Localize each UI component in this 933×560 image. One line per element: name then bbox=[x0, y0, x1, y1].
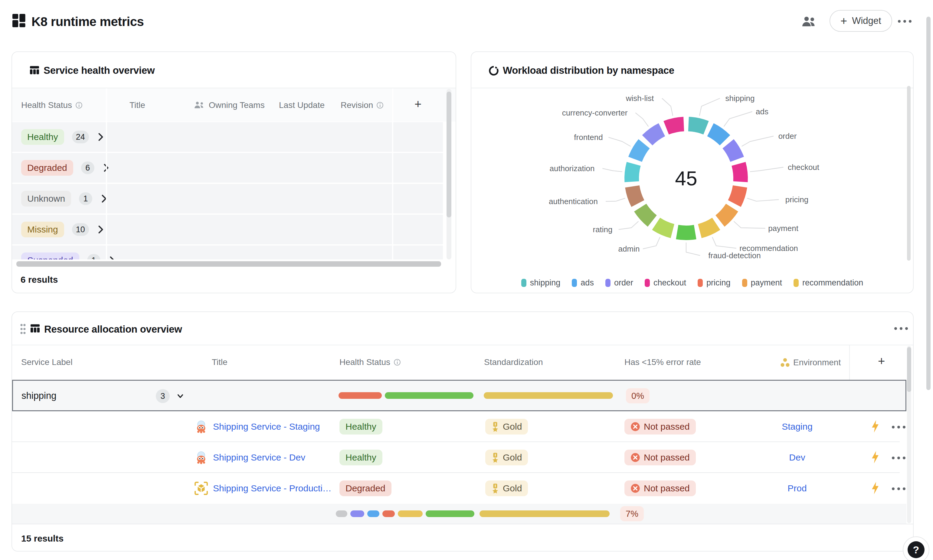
service-link[interactable]: Shipping Service - Dev bbox=[213, 452, 305, 463]
table-bottom-border bbox=[12, 524, 913, 524]
legend-chip bbox=[645, 279, 650, 287]
chevron-right-icon[interactable] bbox=[97, 132, 105, 142]
col-health-status[interactable]: Health Status bbox=[21, 100, 83, 110]
health-badge: Healthy bbox=[339, 450, 382, 465]
card-title: Service health overview bbox=[43, 65, 155, 76]
donut-segment-fraud-detection[interactable] bbox=[677, 232, 695, 233]
chevron-right-icon[interactable] bbox=[108, 256, 116, 260]
table-vscrollbar[interactable] bbox=[907, 347, 911, 392]
donut-segment-ads[interactable] bbox=[710, 130, 725, 140]
donut-segment-wish-list[interactable] bbox=[666, 124, 684, 128]
donut-leader-line bbox=[602, 168, 622, 172]
col-environment[interactable]: Environment bbox=[780, 357, 841, 368]
donut-center-value: 45 bbox=[675, 167, 697, 190]
info-icon bbox=[376, 101, 384, 109]
table-hscrollbar[interactable] bbox=[16, 261, 441, 267]
table-row[interactable]: Healthy 24 bbox=[12, 122, 443, 152]
legend-chip bbox=[605, 279, 611, 287]
legend-item-order[interactable]: order bbox=[605, 278, 633, 288]
legend-label: checkout bbox=[653, 278, 686, 288]
donut-segment-admin[interactable] bbox=[656, 224, 673, 231]
card-more-menu[interactable] bbox=[894, 327, 908, 330]
donut-segment-payment[interactable] bbox=[720, 208, 732, 221]
chevron-right-icon[interactable] bbox=[97, 225, 105, 234]
help-button[interactable]: ? bbox=[903, 536, 929, 560]
add-column-button[interactable]: + bbox=[414, 97, 422, 111]
health-badge: Degraded bbox=[339, 480, 391, 496]
group-row-shipping[interactable]: shipping 3 0% bbox=[12, 380, 906, 411]
col-standardization[interactable]: Standardization bbox=[484, 357, 543, 367]
donut-segment-recommendation[interactable] bbox=[700, 224, 716, 231]
service-octopus-icon bbox=[194, 451, 208, 466]
table-vscrollbar[interactable] bbox=[446, 92, 451, 217]
page-more-menu[interactable] bbox=[898, 20, 911, 23]
row-more-menu[interactable] bbox=[892, 457, 905, 459]
question-mark-icon: ? bbox=[908, 541, 925, 558]
card-title: Workload distribution by namespace bbox=[503, 65, 674, 76]
col-revision[interactable]: Revision bbox=[341, 100, 384, 110]
legend-item-recommendation[interactable]: recommendation bbox=[793, 278, 863, 288]
workload-donut-chart[interactable] bbox=[471, 88, 913, 293]
donut-segment-checkout[interactable] bbox=[739, 164, 741, 182]
row-more-menu[interactable] bbox=[892, 488, 905, 490]
col-owning-teams[interactable]: Owning Teams bbox=[194, 100, 265, 110]
team-icon bbox=[194, 101, 206, 110]
legend-item-checkout[interactable]: checkout bbox=[645, 278, 686, 288]
add-column-button[interactable]: + bbox=[878, 354, 885, 368]
table-row-dev[interactable]: Shipping Service - Dev Healthy Gold Not … bbox=[12, 442, 906, 473]
lightning-icon[interactable] bbox=[871, 482, 880, 495]
donut-segment-shipping[interactable] bbox=[688, 124, 706, 128]
table-row-production[interactable]: Shipping Service - Producti… Degraded Go… bbox=[12, 473, 906, 504]
col-title[interactable]: Title bbox=[212, 357, 228, 367]
add-widget-button[interactable]: + Widget bbox=[830, 10, 892, 32]
legend-item-payment[interactable]: payment bbox=[742, 278, 782, 288]
row-more-menu[interactable] bbox=[892, 426, 905, 428]
service-link[interactable]: Shipping Service - Staging bbox=[213, 422, 320, 432]
donut-leader-line bbox=[606, 198, 625, 202]
environment-link[interactable]: Dev bbox=[778, 452, 817, 463]
results-count: 15 results bbox=[21, 533, 63, 544]
legend-item-pricing[interactable]: pricing bbox=[697, 278, 731, 288]
table-icon bbox=[30, 323, 40, 335]
donut-segment-frontend[interactable] bbox=[635, 144, 644, 159]
environment-link[interactable]: Staging bbox=[778, 422, 817, 432]
environment-link[interactable]: Prod bbox=[778, 483, 817, 494]
table-icon bbox=[29, 65, 40, 77]
count-badge: 1 bbox=[87, 254, 100, 260]
service-octopus-icon bbox=[194, 420, 208, 435]
table-row[interactable]: Degraded 6 bbox=[12, 153, 443, 183]
service-link[interactable]: Shipping Service - Producti… bbox=[213, 483, 332, 494]
table-row[interactable]: Missing 10 bbox=[12, 215, 443, 244]
standardization-bar bbox=[479, 511, 610, 517]
col-title[interactable]: Title bbox=[129, 100, 145, 110]
drag-handle-icon[interactable] bbox=[20, 323, 26, 335]
col-service-label[interactable]: Service Label bbox=[21, 357, 72, 367]
donut-leader-line bbox=[750, 167, 784, 172]
x-circle-icon bbox=[630, 483, 640, 493]
group-row-partial[interactable]: 7% bbox=[12, 504, 906, 524]
table-row[interactable]: Unknown 1 bbox=[12, 184, 443, 214]
legend-item-shipping[interactable]: shipping bbox=[521, 278, 560, 288]
lightning-icon[interactable] bbox=[871, 451, 880, 464]
lightning-icon[interactable] bbox=[871, 420, 880, 433]
legend-item-ads[interactable]: ads bbox=[572, 278, 594, 288]
donut-leader-line bbox=[662, 98, 673, 116]
donut-segment-pricing[interactable] bbox=[734, 186, 740, 204]
table-row-staging[interactable]: Shipping Service - Staging Healthy Gold … bbox=[12, 411, 906, 442]
col-health-status[interactable]: Health Status bbox=[339, 357, 401, 367]
donut-segment-order[interactable] bbox=[728, 144, 737, 159]
legend-label: pricing bbox=[707, 278, 731, 288]
medal-icon bbox=[491, 483, 499, 494]
card-scrollbar[interactable] bbox=[907, 86, 911, 261]
donut-segment-authorization[interactable] bbox=[632, 164, 634, 182]
table-row[interactable]: Suspended 1 bbox=[12, 246, 443, 260]
share-users-icon[interactable] bbox=[801, 15, 817, 29]
col-last-update[interactable]: Last Update bbox=[279, 100, 325, 110]
chevron-down-icon[interactable] bbox=[176, 392, 185, 401]
donut-segment-currency-converter[interactable] bbox=[647, 130, 662, 140]
service-cube-icon bbox=[194, 482, 208, 497]
page-scrollbar[interactable] bbox=[926, 17, 931, 390]
donut-segment-authentication[interactable] bbox=[632, 186, 638, 204]
donut-segment-rating[interactable] bbox=[640, 208, 652, 221]
col-error-rate[interactable]: Has <15% error rate bbox=[624, 357, 701, 367]
